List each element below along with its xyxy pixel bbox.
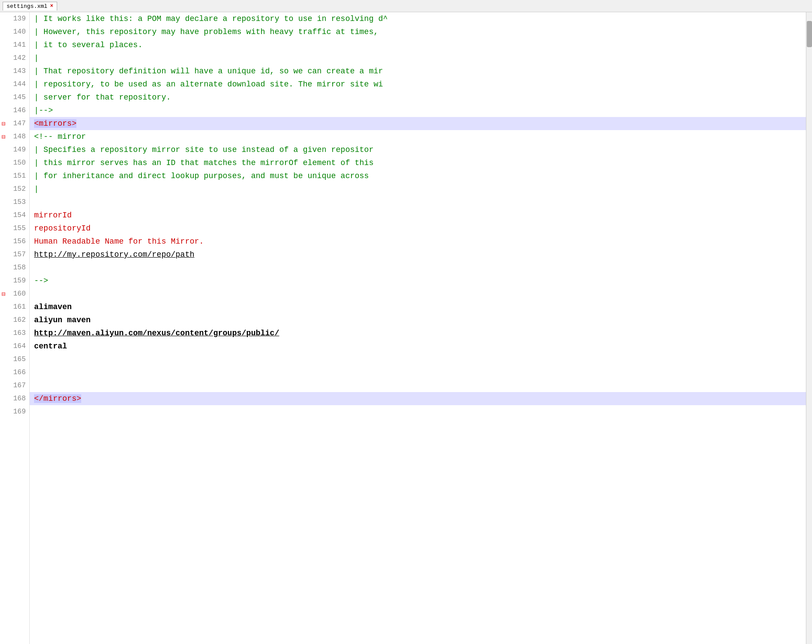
- gutter-line: 162: [0, 313, 29, 327]
- xml-open-tag-highlighted: <mirrors>: [34, 119, 76, 128]
- code-line: http://maven.aliyun.com/nexus/content/gr…: [30, 327, 806, 340]
- fold-icon[interactable]: ⊟: [2, 133, 5, 141]
- line-number: 146: [13, 107, 26, 114]
- code-line: | repository, to be used as an alternate…: [30, 78, 806, 91]
- code-line: [30, 287, 806, 300]
- gutter-line: 144: [0, 78, 29, 91]
- line-number: 158: [13, 264, 26, 272]
- file-tab[interactable]: settings.xml ×: [3, 2, 57, 10]
- comment-text: | It works like this: a POM may declare …: [34, 14, 388, 23]
- comment-text: | server for that repository.: [34, 93, 171, 102]
- code-line: [30, 379, 806, 392]
- gutter-line: 145: [0, 91, 29, 104]
- bold-value: alimaven: [34, 303, 72, 311]
- line-number: 167: [13, 382, 26, 389]
- line-number: 140: [13, 28, 26, 36]
- gutter-line: 149: [0, 143, 29, 156]
- gutter-line: ⊟147: [0, 117, 29, 130]
- line-number: 169: [13, 408, 26, 416]
- line-number: 159: [13, 277, 26, 285]
- gutter-line: 142: [0, 52, 29, 65]
- code-line: | However, this repository may have prob…: [30, 25, 806, 38]
- fold-icon[interactable]: ⊟: [2, 120, 5, 127]
- code-line: |: [30, 52, 806, 65]
- line-number: 144: [13, 80, 26, 88]
- code-line: <mirrors>: [30, 117, 806, 130]
- gutter-line: 152: [0, 183, 29, 196]
- gutter-line: 143: [0, 65, 29, 78]
- gutter-line: 150: [0, 156, 29, 169]
- code-line: [30, 353, 806, 366]
- comment-text: | repository, to be used as an alternate…: [34, 80, 383, 89]
- line-number: 160: [13, 290, 26, 298]
- code-line: aliyun maven: [30, 313, 806, 327]
- comment-text: | this mirror serves has an ID that matc…: [34, 158, 374, 167]
- line-number: 147: [13, 120, 26, 127]
- scrollbar-thumb[interactable]: [807, 21, 812, 47]
- code-line: [30, 405, 806, 418]
- bold-value: aliyun maven: [34, 316, 91, 324]
- line-number: 142: [13, 54, 26, 62]
- gutter-line: 140: [0, 25, 29, 38]
- line-number: 139: [13, 15, 26, 23]
- code-line: [30, 261, 806, 274]
- comment-text: | for inheritance and direct lookup purp…: [34, 172, 369, 180]
- comment-text: <!-- mirror: [34, 132, 86, 141]
- gutter-line: 151: [0, 169, 29, 183]
- xml-tag: Human Readable Name for this Mirror.: [34, 237, 204, 246]
- code-line: mirrorId: [30, 209, 806, 222]
- code-line: alimaven: [30, 300, 806, 313]
- gutter-line: 163: [0, 327, 29, 340]
- code-line: <!-- mirror: [30, 130, 806, 143]
- line-number: 168: [13, 395, 26, 403]
- gutter-line: 153: [0, 196, 29, 209]
- code-line: |: [30, 183, 806, 196]
- comment-text: |: [34, 54, 39, 62]
- line-number: 141: [13, 41, 26, 49]
- code-line: | it to several places.: [30, 38, 806, 52]
- bold-url-value: http://maven.aliyun.com/nexus/content/gr…: [34, 329, 279, 337]
- gutter-line: 156: [0, 235, 29, 248]
- code-line: | Specifies a repository mirror site to …: [30, 143, 806, 156]
- comment-text: | That repository definition will have a…: [34, 67, 383, 76]
- comment-text: | it to several places.: [34, 41, 142, 49]
- comment-text: |-->: [34, 106, 53, 115]
- line-number: 163: [13, 329, 26, 337]
- line-number: 155: [13, 224, 26, 232]
- line-number: 143: [13, 67, 26, 75]
- code-line: repositoryId: [30, 222, 806, 235]
- line-number: 157: [13, 251, 26, 258]
- xml-tag: mirrorId: [34, 211, 72, 220]
- xml-close-tag-highlighted: </mirrors>: [34, 394, 81, 403]
- gutter-line: 166: [0, 366, 29, 379]
- code-line: | for inheritance and direct lookup purp…: [30, 169, 806, 183]
- code-area[interactable]: | It works like this: a POM may declare …: [30, 12, 806, 644]
- gutter-line: 154: [0, 209, 29, 222]
- editor-container: 139140141142143144145146⊟147⊟14814915015…: [0, 12, 812, 644]
- code-line: | this mirror serves has an ID that matc…: [30, 156, 806, 169]
- gutter-line: 167: [0, 379, 29, 392]
- code-line: http://my.repository.com/repo/path: [30, 248, 806, 261]
- comment-text: | However, this repository may have prob…: [34, 28, 378, 36]
- line-number: 161: [13, 303, 26, 311]
- code-line: [30, 196, 806, 209]
- code-line: [30, 366, 806, 379]
- url-value: http://my.repository.com/repo/path: [34, 250, 194, 259]
- fold-icon[interactable]: ⊟: [2, 290, 5, 298]
- gutter-line: ⊟160: [0, 287, 29, 300]
- bold-value: central: [34, 342, 67, 351]
- gutter-line: 139: [0, 12, 29, 25]
- tab-close-button[interactable]: ×: [50, 3, 53, 9]
- gutter-line: 164: [0, 340, 29, 353]
- scrollbar[interactable]: [806, 12, 812, 644]
- line-number: 148: [13, 133, 26, 141]
- gutter-line: 158: [0, 261, 29, 274]
- code-line: Human Readable Name for this Mirror.: [30, 235, 806, 248]
- code-line: | It works like this: a POM may declare …: [30, 12, 806, 25]
- comment-text: | Specifies a repository mirror site to …: [34, 145, 374, 154]
- line-numbers: 139140141142143144145146⊟147⊟14814915015…: [0, 12, 30, 644]
- gutter-line: 169: [0, 405, 29, 418]
- line-number: 166: [13, 368, 26, 376]
- line-number: 162: [13, 316, 26, 324]
- code-line: central: [30, 340, 806, 353]
